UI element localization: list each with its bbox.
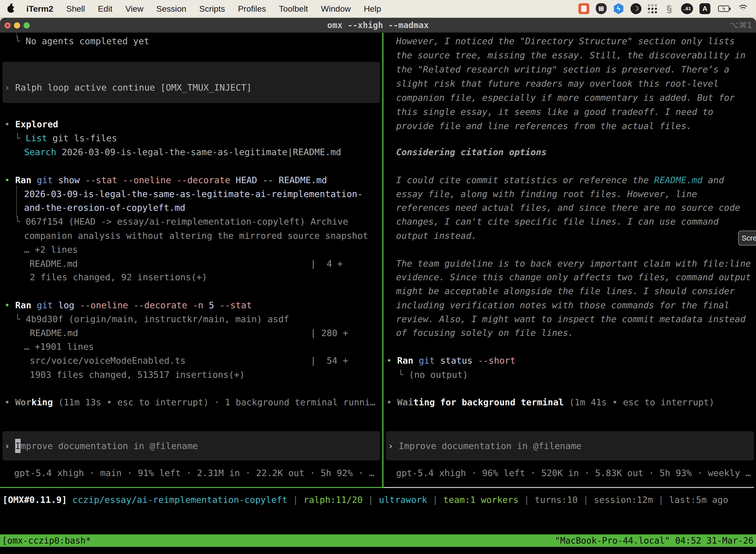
reasoning-text: this single essay, it seems like a good … (396, 105, 713, 119)
git-show-arg-line: 2026-03-09-is-legal-the-same-as-legitima… (24, 187, 363, 201)
reasoning-text: the source tree, missing the essay. Stil… (396, 48, 746, 62)
screen-share-overlay[interactable]: Scre (738, 231, 756, 245)
reasoning-text: I could cite commit statistics or refere… (396, 173, 724, 187)
input-source-icon[interactable]: A (699, 3, 710, 14)
ran-git-log-line: • Ran git log --oneline --decorate -n 5 … (4, 298, 252, 312)
session-status-right: gpt-5.4 xhigh · 96% left · 520K in · 5.8… (396, 466, 751, 480)
commit-summary-line: └ 067f154 (HEAD -> essay/ai-reimplementa… (15, 214, 348, 229)
reasoning-text: The team guideline is to back every impo… (396, 257, 751, 271)
tree-line (16, 185, 17, 218)
hexagon-bolt-icon[interactable]: ϟ (613, 3, 624, 14)
menu-window[interactable]: Window (321, 4, 351, 14)
ran-git-status-line: • Ran git status --short (386, 353, 515, 368)
wifi-icon[interactable] (737, 4, 749, 13)
prompt-chevron: › (388, 441, 398, 451)
menu-iterm2[interactable]: iTerm2 (26, 4, 53, 14)
no-output-line: └ (no output) (398, 368, 468, 382)
menu-bar: iTerm2 Shell Edit View Session Scripts P… (0, 0, 756, 18)
terminal-content: └ No agents completed yet › Ralph loop a… (0, 33, 756, 554)
pane-divider[interactable] (382, 33, 383, 488)
reasoning-text: companion file, especially if more comme… (396, 91, 735, 105)
ran-git-show-line: • Ran git show --stat --oneline --decora… (4, 173, 327, 187)
text-cursor: I (15, 439, 20, 453)
git-show-arg-line: and-the-erosion-of-copyleft.md (24, 201, 185, 215)
diffstat-summary: 1903 files changed, 513517 insertions(+) (30, 368, 245, 382)
session-status-left: gpt-5.4 xhigh · main · 91% left · 2.31M … (14, 466, 374, 480)
tmux-window-name[interactable]: [omx-cczip0:bash* (2, 535, 91, 547)
diffstat-count: | 4 + (311, 257, 343, 271)
menu-help[interactable]: Help (364, 4, 381, 14)
menu-status-tray: ϟ ☽ § ..61 A ϟ (578, 3, 749, 14)
reasoning-text: slight risk that future readers may over… (396, 76, 718, 91)
title-bar: omx --xhigh --madmax ⌥⌘1 (0, 18, 756, 33)
prompt-chevron: › (4, 441, 15, 451)
menu-toolbelt[interactable]: Toolbelt (279, 4, 308, 14)
omx-status-bar: [OMX#0.11.9] cczip/essay/ai-reimplementa… (2, 493, 728, 507)
working-status-line: • Working (11m 13s • esc to interrupt) ·… (4, 395, 376, 409)
window-shortcut-badge: ⌥⌘1 (730, 18, 752, 33)
reasoning-text: evidence. Since this change only affects… (396, 270, 751, 284)
diffstat-filename: README.md (30, 326, 78, 340)
apple-icon (7, 6, 14, 13)
diffstat-filename: README.md (24, 257, 78, 271)
agents-status-line: └ No agents completed yet (15, 34, 149, 48)
reasoning-text: output instead. (396, 229, 477, 243)
waiting-status-line: • Waiting for background terminal (1m 41… (386, 395, 714, 409)
reasoning-text: references need actual files, and since … (396, 201, 740, 215)
dots-grid-icon[interactable] (648, 4, 657, 13)
tmux-host-clock: "MacBook-Pro-44.local" 04:52 31-Mar-26 (555, 535, 754, 547)
inject-banner-text: › Ralph loop active continue [OMX_TMUX_I… (4, 80, 252, 95)
explored-search-line: Search 2026-03-09-is-legal-the-same-as-l… (24, 145, 341, 159)
reasoning-text: provide file and line references from th… (396, 119, 692, 133)
menu-scripts[interactable]: Scripts (199, 4, 225, 14)
squiggle-icon[interactable]: § (664, 3, 675, 14)
diffstat-filename: src/voice/voiceModeEnabled.ts (30, 353, 186, 368)
reasoning-text: including verification notes with those … (396, 298, 730, 312)
commit-summary-line: companion analysis without altering the … (24, 229, 368, 243)
prompt-text-right: › Improve documentation in @filename (388, 439, 581, 453)
truncated-lines-note: … +1901 lines (24, 340, 94, 354)
menu-shell[interactable]: Shell (66, 4, 85, 14)
reasoning-text: review. Also, I might want to inspect th… (396, 312, 746, 326)
chat-app-icon[interactable] (578, 3, 589, 14)
pane-bottom-border-left (0, 487, 382, 488)
menu-profiles[interactable]: Profiles (238, 4, 266, 14)
commit-summary-line: └ 4b9d30f (origin/main, instructkr/main,… (15, 312, 289, 326)
battery-icon[interactable]: ϟ (717, 3, 731, 14)
terminal-window: omx --xhigh --madmax ⌥⌘1 └ No agents com… (0, 18, 756, 554)
circle-61-badge[interactable]: ..61 (681, 3, 693, 14)
apple-menu[interactable] (7, 4, 15, 14)
diffstat-count: | 54 + (311, 353, 348, 368)
explored-header: • Explored (4, 117, 58, 131)
menu-session[interactable]: Session (156, 4, 186, 14)
truncated-lines-note: … +2 lines (24, 242, 78, 257)
reasoning-text: the "Related research writing" section i… (396, 62, 730, 76)
prompt-text-left: › Improve documentation in @filename (4, 439, 198, 453)
reasoning-heading: Considering citation options (396, 145, 547, 159)
explored-list-line: └ List git ls-files (15, 131, 117, 145)
diffstat-count: | 280 + (311, 326, 348, 340)
window-title: omx --xhigh --madmax (0, 18, 756, 33)
menu-edit[interactable]: Edit (98, 4, 113, 14)
diffstat-summary: 2 files changed, 92 insertions(+) (30, 270, 207, 284)
keyboard-shield-icon[interactable] (596, 3, 607, 14)
menu-view[interactable]: View (125, 4, 143, 14)
reasoning-text: might be acceptable alongside the file l… (396, 284, 735, 298)
reasoning-text: of focusing solely on file lines. (396, 326, 573, 340)
reasoning-text: changes, I can't cite specific file line… (396, 214, 718, 229)
tmux-status-bar: [omx-cczip0:bash* "MacBook-Pro-44.local"… (0, 535, 756, 547)
reasoning-text: essay file, along with finding root file… (396, 187, 697, 201)
pane-bottom-border-right (383, 487, 754, 488)
moon-circle-icon[interactable]: ☽ (630, 3, 641, 14)
reasoning-text: However, I noticed the "Directory Struct… (396, 34, 735, 48)
